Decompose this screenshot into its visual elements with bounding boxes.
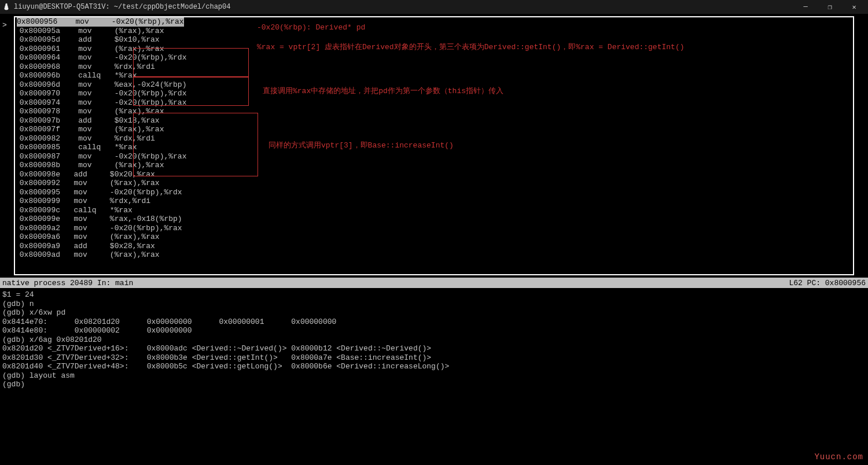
gdb-line: 0x8201d40 <_ZTV7Derived+48>: 0x8000b5c <… xyxy=(2,362,866,371)
annotation-text: -0x20(%rbp): Derived* pd xyxy=(257,23,365,32)
disassembly-list[interactable]: 0x8000956 mov -0x20(%rbp),%rax 0x800095a… xyxy=(14,16,854,275)
asm-row[interactable]: 0x800099c callq *%rax xyxy=(15,206,853,215)
disassembly-panel[interactable]: > 0x8000956 mov -0x20(%rbp),%rax 0x80009… xyxy=(0,14,868,278)
annotation-text: %rax = vptr[2] 虚表指针在Derived对象的开头，第三个表项为D… xyxy=(257,42,684,52)
asm-row[interactable]: 0x800098b mov (%rax),%rax xyxy=(15,161,853,170)
window-title: liuyun@DESKTOP-Q5AT31V: ~/test/cppObject… xyxy=(14,3,794,11)
asm-row[interactable]: 0x8000956 mov -0x20(%rbp),%rax xyxy=(15,17,853,27)
asm-row[interactable]: 0x8000974 mov -0x20(%rbp),%rax xyxy=(15,98,853,108)
window-titlebar: liuyun@DESKTOP-Q5AT31V: ~/test/cppObject… xyxy=(0,0,868,14)
minimize-button[interactable]: ─ xyxy=(794,1,817,13)
window-controls: ─ ❐ ✕ xyxy=(794,1,866,13)
status-right: L62 PC: 0x8000956 xyxy=(789,279,866,287)
asm-row[interactable]: 0x800099e mov %rax,-0x18(%rbp) xyxy=(15,215,853,224)
gdb-line: 0x8201d20 <_ZTV7Derived+16>: 0x8000adc <… xyxy=(2,344,866,353)
asm-row[interactable]: 0x800096b callq *%rax xyxy=(15,71,853,80)
asm-row[interactable]: 0x8000995 mov -0x20(%rbp),%rdx xyxy=(15,188,853,197)
close-button[interactable]: ✕ xyxy=(843,1,866,13)
gdb-line: (gdb) x/6ag 0x08201d20 xyxy=(2,335,866,345)
asm-row[interactable]: 0x80009a9 add $0x28,%rax xyxy=(15,242,853,251)
gdb-line: 0x8414e70: 0x08201d20 0x00000000 0x00000… xyxy=(2,318,866,327)
gdb-line: (gdb) layout asm xyxy=(2,371,866,381)
annotation-text: 直接调用%rax中存储的地址，并把pd作为第一个参数（this指针）传入 xyxy=(263,86,503,96)
asm-row[interactable]: 0x80009ad mov (%rax),%rax xyxy=(15,250,853,260)
app-icon xyxy=(2,3,10,11)
gdb-line: (gdb) xyxy=(2,380,866,389)
asm-row[interactable]: 0x8000978 mov (%rax),%rax xyxy=(15,107,853,116)
gdb-line: 0x8201d30 <_ZTV7Derived+32>: 0x8000b3e <… xyxy=(2,353,866,363)
asm-row[interactable]: 0x800098e add $0x20,%rax xyxy=(15,170,853,179)
asm-row[interactable]: 0x800097f mov (%rax),%rax xyxy=(15,125,853,134)
asm-row[interactable]: 0x8000964 mov -0x20(%rbp),%rdx xyxy=(15,53,853,62)
status-left: native process 20489 In: main xyxy=(2,279,789,287)
asm-row[interactable]: 0x8000968 mov %rdx,%rdi xyxy=(15,62,853,72)
gdb-line: (gdb) x/6xw pd xyxy=(2,308,866,318)
asm-row[interactable]: 0x80009a2 mov -0x20(%rbp),%rax xyxy=(15,224,853,233)
current-line-caret: > xyxy=(2,21,7,29)
asm-row[interactable]: 0x800095a mov (%rax),%rax xyxy=(15,27,853,36)
asm-row[interactable]: 0x80009a6 mov (%rax),%rax xyxy=(15,232,853,242)
maximize-button[interactable]: ❐ xyxy=(818,1,841,13)
gdb-line: (gdb) n xyxy=(2,300,866,309)
annotation-text: 同样的方式调用vptr[3]，即Base::increaseInt() xyxy=(269,140,454,150)
asm-row[interactable]: 0x800097b add $0x18,%rax xyxy=(15,116,853,126)
gdb-line: 0x8414e80: 0x00000002 0x00000000 xyxy=(2,326,866,335)
asm-row[interactable]: 0x8000992 mov (%rax),%rax xyxy=(15,179,853,188)
asm-row[interactable]: 0x8000999 mov %rdx,%rdi xyxy=(15,197,853,206)
gdb-output-panel[interactable]: $1 = 24(gdb) n(gdb) x/6xw pd0x8414e70: 0… xyxy=(0,289,868,465)
asm-row[interactable]: 0x8000987 mov -0x20(%rbp),%rax xyxy=(15,152,853,161)
watermark: Yuucn.com xyxy=(814,452,863,462)
status-bar: native process 20489 In: main L62 PC: 0x… xyxy=(0,278,868,288)
gdb-line: $1 = 24 xyxy=(2,290,866,300)
